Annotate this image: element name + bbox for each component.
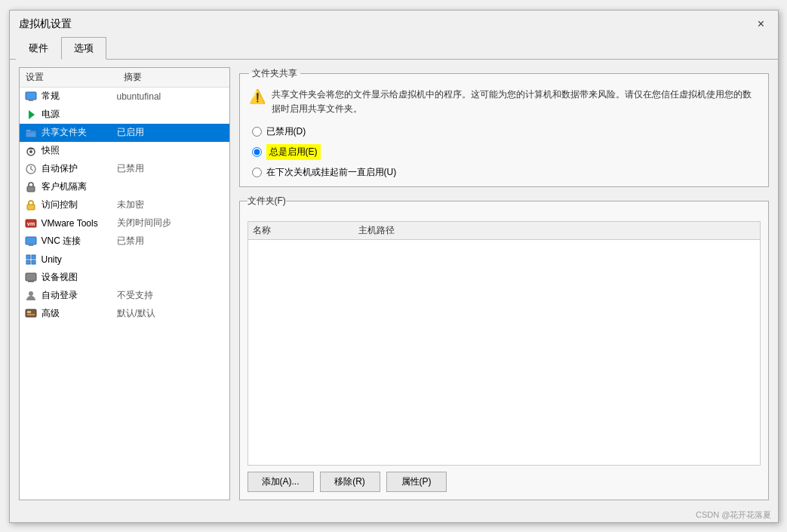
radio-until-off-input[interactable] bbox=[252, 168, 262, 177]
left-item-advanced[interactable]: 高级默认/默认 bbox=[20, 305, 229, 323]
item-name-advanced: 高级 bbox=[42, 307, 117, 320]
item-summary-shared_folders: 已启用 bbox=[117, 126, 225, 139]
header-summary: 摘要 bbox=[118, 68, 148, 87]
radio-until-off-label: 在下次关机或挂起前一直启用(U) bbox=[266, 166, 397, 179]
item-name-device_view: 设备视图 bbox=[42, 271, 117, 284]
item-icon-access_control bbox=[24, 198, 38, 212]
item-icon-shared_folders bbox=[24, 126, 38, 140]
left-panel: 设置 摘要 常规ubuntufinal电源共享文件夹已启用快照自动保护已禁用客户… bbox=[19, 67, 230, 500]
svg-rect-15 bbox=[26, 260, 30, 264]
item-summary-access_control: 未加密 bbox=[117, 198, 225, 211]
svg-rect-13 bbox=[26, 255, 30, 259]
radio-disabled-label: 已禁用(D) bbox=[266, 125, 306, 138]
left-item-device_view[interactable]: 设备视图 bbox=[20, 269, 229, 287]
item-name-shared_folders: 共享文件夹 bbox=[42, 126, 117, 139]
item-summary-vmware_tools: 关闭时间同步 bbox=[117, 217, 225, 229]
right-panel: 文件夹共享 ⚠️ 共享文件夹会将您的文件显示给虚拟机中的程序。这可能为您的计算机… bbox=[239, 67, 769, 500]
item-icon-unity bbox=[24, 253, 38, 266]
dialog-title: 虚拟机设置 bbox=[19, 17, 72, 31]
svg-rect-12 bbox=[29, 244, 33, 246]
left-item-vmware_tools[interactable]: vmVMware Tools关闭时间同步 bbox=[20, 214, 229, 232]
warning-text: 共享文件夹会将您的文件显示给虚拟机中的程序。这可能为您的计算机和数据带来风险。请… bbox=[272, 88, 759, 116]
item-icon-vnc bbox=[24, 235, 38, 248]
item-icon-snapshots bbox=[24, 144, 38, 158]
item-icon-guest_isolation bbox=[24, 180, 38, 194]
content-area: 设置 摘要 常规ubuntufinal电源共享文件夹已启用快照自动保护已禁用客户… bbox=[10, 60, 778, 508]
folder-table-header: 名称 主机路径 bbox=[248, 222, 760, 240]
item-summary-advanced: 默认/默认 bbox=[117, 307, 225, 320]
left-panel-header: 设置 摘要 bbox=[20, 68, 229, 88]
left-item-guest_isolation[interactable]: 客户机隔离 bbox=[20, 178, 229, 196]
svg-rect-18 bbox=[28, 281, 34, 282]
svg-rect-14 bbox=[32, 255, 35, 259]
svg-rect-7 bbox=[27, 186, 35, 192]
left-item-snapshots[interactable]: 快照 bbox=[20, 142, 229, 160]
left-item-power[interactable]: 电源 bbox=[20, 106, 229, 124]
title-bar: 虚拟机设置 × bbox=[10, 11, 778, 36]
item-icon-autoproc bbox=[24, 162, 38, 176]
radio-always-on-input[interactable] bbox=[252, 147, 262, 157]
tab-options[interactable]: 选项 bbox=[61, 37, 106, 60]
item-summary-autoproc: 已禁用 bbox=[117, 162, 225, 175]
item-summary-autologin: 不受支持 bbox=[117, 289, 225, 302]
left-item-access_control[interactable]: 访问控制未加密 bbox=[20, 196, 229, 214]
file-sharing-legend: 文件夹共享 bbox=[249, 67, 300, 80]
svg-rect-16 bbox=[32, 260, 35, 264]
item-icon-vmware_tools: vm bbox=[24, 217, 38, 230]
tabs-bar: 硬件 选项 bbox=[10, 36, 778, 60]
warning-icon: ⚠️ bbox=[249, 88, 266, 105]
svg-rect-17 bbox=[26, 273, 36, 281]
item-icon-general bbox=[24, 90, 38, 103]
svg-rect-1 bbox=[29, 100, 33, 101]
item-name-power: 电源 bbox=[42, 108, 117, 121]
radio-always-on[interactable]: 总是启用(E) bbox=[252, 144, 759, 160]
item-name-vmware_tools: VMware Tools bbox=[42, 218, 117, 229]
left-item-general[interactable]: 常规ubuntufinal bbox=[20, 88, 229, 106]
svg-rect-22 bbox=[27, 314, 35, 315]
item-name-autologin: 自动登录 bbox=[42, 289, 117, 302]
tab-hardware[interactable]: 硬件 bbox=[16, 37, 61, 60]
radio-disabled-input[interactable] bbox=[252, 127, 262, 137]
left-item-unity[interactable]: Unity bbox=[20, 251, 229, 269]
svg-point-19 bbox=[29, 291, 33, 296]
properties-button[interactable]: 属性(P) bbox=[386, 472, 447, 492]
item-summary-general: ubuntufinal bbox=[117, 91, 225, 102]
dialog: 虚拟机设置 × 硬件 选项 设置 摘要 常规ubuntufinal电源共享文件夹… bbox=[9, 10, 779, 523]
folder-section: 文件夹(F) 名称 主机路径 添加(A)... 移除(R) 属性(P) bbox=[239, 195, 769, 500]
item-icon-device_view bbox=[24, 271, 38, 284]
svg-point-5 bbox=[29, 150, 32, 153]
header-settings: 设置 bbox=[20, 68, 118, 87]
item-icon-autologin bbox=[24, 289, 38, 303]
item-name-guest_isolation: 客户机隔离 bbox=[42, 180, 117, 193]
svg-rect-21 bbox=[27, 311, 31, 313]
folder-button-row: 添加(A)... 移除(R) 属性(P) bbox=[247, 472, 761, 492]
warning-box: ⚠️ 共享文件夹会将您的文件显示给虚拟机中的程序。这可能为您的计算机和数据带来风… bbox=[249, 88, 759, 116]
remove-button[interactable]: 移除(R) bbox=[320, 472, 380, 492]
radio-always-on-label: 总是启用(E) bbox=[266, 144, 321, 160]
radio-disabled[interactable]: 已禁用(D) bbox=[252, 125, 759, 138]
left-item-vnc[interactable]: VNC 连接已禁用 bbox=[20, 232, 229, 251]
svg-marker-2 bbox=[29, 110, 35, 119]
item-name-unity: Unity bbox=[42, 254, 117, 265]
left-item-autologin[interactable]: 自动登录不受支持 bbox=[20, 287, 229, 305]
left-item-autoproc[interactable]: 自动保护已禁用 bbox=[20, 160, 229, 178]
radio-until-off[interactable]: 在下次关机或挂起前一直启用(U) bbox=[252, 166, 759, 179]
item-icon-advanced bbox=[24, 307, 38, 321]
folder-legend: 文件夹(F) bbox=[247, 195, 286, 208]
folder-col-path: 主机路径 bbox=[358, 224, 395, 237]
folder-table: 名称 主机路径 bbox=[247, 221, 761, 466]
close-button[interactable]: × bbox=[754, 17, 769, 32]
svg-rect-3 bbox=[26, 131, 36, 137]
sharing-radio-group: 已禁用(D) 总是启用(E) 在下次关机或挂起前一直启用(U) bbox=[252, 125, 759, 179]
item-name-general: 常规 bbox=[42, 90, 117, 103]
footer-note: CSDN @花开花落夏 bbox=[10, 508, 778, 522]
item-name-snapshots: 快照 bbox=[42, 144, 117, 157]
folder-col-name: 名称 bbox=[253, 224, 358, 237]
svg-rect-0 bbox=[26, 92, 36, 100]
left-item-shared_folders[interactable]: 共享文件夹已启用 bbox=[20, 124, 229, 142]
svg-rect-8 bbox=[27, 204, 35, 210]
item-icon-power bbox=[24, 108, 38, 121]
item-summary-vnc: 已禁用 bbox=[117, 235, 225, 248]
add-button[interactable]: 添加(A)... bbox=[247, 472, 314, 492]
file-sharing-section: 文件夹共享 ⚠️ 共享文件夹会将您的文件显示给虚拟机中的程序。这可能为您的计算机… bbox=[239, 67, 769, 187]
